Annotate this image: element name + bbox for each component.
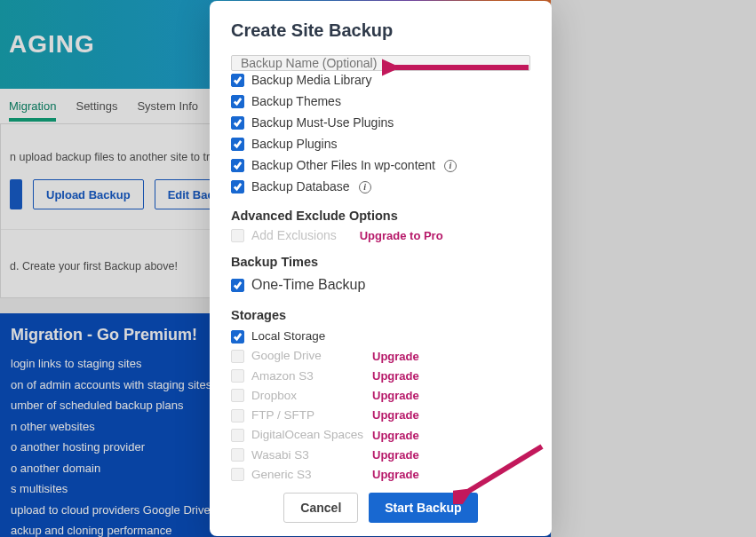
checkbox-amazon-s3: [231, 369, 244, 383]
storage-upgrade-link[interactable]: Upgrade: [372, 387, 419, 405]
backup-times-title: Backup Times: [231, 255, 530, 269]
storage-list: Local Storage Google Drive Upgrade Amazo…: [231, 328, 530, 484]
label-themes: Backup Themes: [251, 92, 341, 111]
advanced-title: Advanced Exclude Options: [231, 209, 530, 223]
storage-label: Dropbox: [251, 387, 365, 405]
checkbox-generic-s3: [231, 468, 244, 481]
checkbox-mu-plugins[interactable]: [231, 116, 244, 130]
checkbox-themes[interactable]: [231, 95, 244, 108]
checkbox-ftp-sftp: [231, 409, 244, 422]
label-plugins: Backup Plugins: [251, 135, 338, 154]
storage-upgrade-link[interactable]: Upgrade: [372, 367, 419, 385]
cancel-button[interactable]: Cancel: [283, 493, 358, 523]
label-one-time: One-Time Backup: [251, 274, 365, 296]
storage-upgrade-link[interactable]: Upgrade: [372, 407, 419, 424]
storage-label: Wasabi S3: [251, 446, 365, 464]
storage-label: Local Storage: [251, 328, 365, 345]
checkbox-google-drive: [231, 350, 244, 363]
label-media: Backup Media Library: [251, 71, 371, 90]
label-database: Backup Database: [251, 178, 350, 196]
upgrade-to-pro-link[interactable]: Upgrade to Pro: [360, 229, 443, 242]
checkbox-database[interactable]: [231, 180, 244, 193]
storage-label: Amazon S3: [251, 367, 365, 385]
checkbox-local-storage[interactable]: [231, 330, 244, 344]
storage-upgrade-link[interactable]: Upgrade: [372, 466, 419, 484]
label-add-exclusions: Add Exclusions: [251, 228, 337, 242]
create-site-backup-modal: Create Site Backup Backup Media Library …: [210, 1, 552, 536]
storage-label: DigitalOcean Spaces: [251, 426, 365, 444]
label-other-files: Backup Other Files In wp-content: [251, 156, 435, 175]
checkbox-media[interactable]: [231, 74, 244, 87]
backup-name-input[interactable]: [231, 55, 530, 71]
checkbox-add-exclusions: [231, 229, 244, 242]
checkbox-digitalocean-spaces: [231, 429, 244, 442]
backup-options: Backup Media Library Backup Themes Backu…: [231, 71, 530, 196]
checkbox-other-files[interactable]: [231, 159, 244, 172]
storage-label: Google Drive: [251, 347, 365, 365]
modal-footer: Cancel Start Backup: [231, 484, 530, 523]
storage-label: FTP / SFTP: [251, 407, 365, 424]
info-icon[interactable]: i: [444, 160, 457, 172]
storages-title: Storages: [231, 308, 530, 322]
checkbox-dropbox: [231, 389, 244, 402]
storage-label: Generic S3: [251, 466, 365, 484]
checkbox-one-time[interactable]: [231, 279, 244, 292]
checkbox-wasabi-s3: [231, 448, 244, 462]
add-exclusions-row: Add Exclusions Upgrade to Pro: [231, 228, 530, 242]
checkbox-plugins[interactable]: [231, 138, 244, 151]
start-backup-button[interactable]: Start Backup: [369, 493, 477, 523]
label-mu-plugins: Backup Must-Use Plugins: [251, 114, 394, 132]
modal-title: Create Site Backup: [231, 20, 530, 41]
storage-upgrade-link[interactable]: Upgrade: [372, 427, 419, 445]
storage-upgrade-link[interactable]: Upgrade: [372, 446, 419, 464]
info-icon[interactable]: i: [359, 181, 371, 193]
storage-upgrade-link[interactable]: Upgrade: [372, 348, 419, 366]
